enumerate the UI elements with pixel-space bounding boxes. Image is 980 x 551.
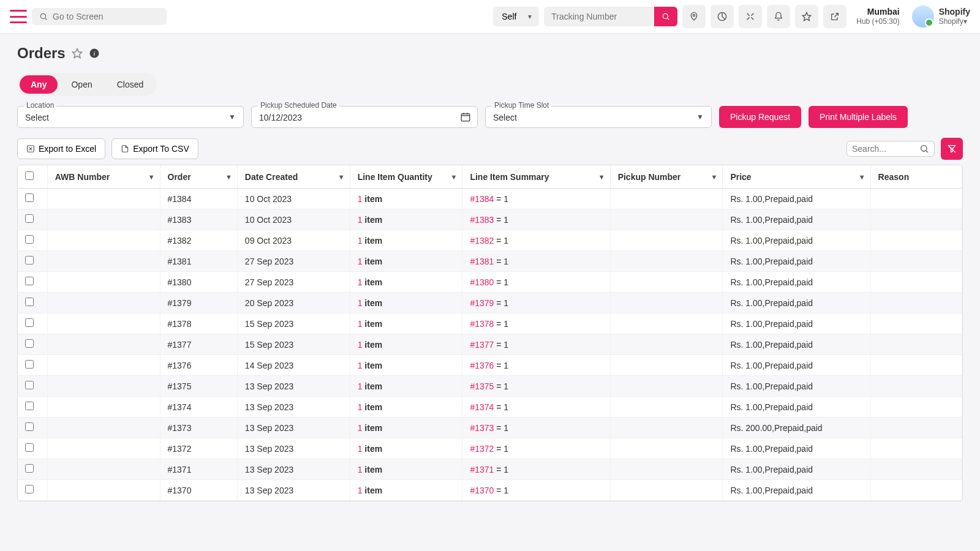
row-checkbox[interactable] (25, 402, 34, 410)
table-row: #1374 13 Sep 2023 1 item #1374 = 1 Rs. 1… (18, 397, 962, 418)
cell-date: 13 Sep 2023 (237, 480, 350, 501)
export-excel-button[interactable]: Export to Excel (17, 138, 105, 159)
row-checkbox[interactable] (25, 277, 34, 285)
time-slot-select[interactable]: Pickup Time Slot Select ▼ (485, 106, 712, 128)
col-awb[interactable]: AWB Number▼ (47, 165, 160, 189)
filter-toggle-button[interactable] (941, 138, 963, 160)
expand-icon (745, 12, 755, 21)
filter-icon[interactable]: ▼ (711, 173, 718, 181)
row-checkbox[interactable] (25, 464, 34, 473)
cell-pickup (610, 189, 723, 209)
pickup-date-input[interactable]: Pickup Scheduled Date 10/12/2023 (251, 106, 478, 128)
tab-any[interactable]: Any (20, 75, 58, 94)
cell-date: 10 Oct 2023 (237, 209, 350, 230)
export-csv-button[interactable]: Export To CSV (111, 138, 198, 159)
col-reason[interactable]: Reason (870, 165, 962, 189)
cell-price: Rs. 1.00,Prepaid,paid (723, 230, 870, 251)
location-value: Select (25, 110, 236, 122)
pickup-date-label: Pickup Scheduled Date (258, 101, 339, 110)
row-checkbox[interactable] (25, 485, 34, 493)
filter-icon[interactable]: ▼ (338, 173, 345, 181)
cell-date: 20 Sep 2023 (237, 293, 350, 313)
filter-icon[interactable]: ▼ (859, 173, 865, 181)
filter-icon[interactable]: ▼ (598, 173, 605, 181)
table-row: #1383 10 Oct 2023 1 item #1383 = 1 Rs. 1… (18, 209, 962, 230)
pickup-request-button[interactable]: Pickup Request (719, 106, 801, 128)
row-checkbox[interactable] (25, 360, 34, 369)
calendar-icon[interactable] (460, 111, 471, 122)
svg-line-15 (926, 151, 928, 152)
cell-pickup (610, 459, 723, 480)
table-search[interactable] (846, 141, 935, 157)
info-icon[interactable]: i (89, 48, 100, 59)
col-date[interactable]: Date Created▼ (237, 165, 350, 189)
self-select-wrap[interactable]: Self (493, 7, 539, 26)
location-pin-button[interactable] (682, 5, 706, 28)
self-select[interactable]: Self (493, 7, 539, 26)
row-checkbox[interactable] (25, 235, 34, 244)
cell-date: 14 Sep 2023 (237, 355, 350, 376)
cell-pickup (610, 418, 723, 438)
cell-summary: #1370 = 1 (462, 480, 610, 501)
favorite-button[interactable] (795, 5, 818, 28)
table-search-input[interactable] (852, 144, 919, 154)
tracking-search-button[interactable] (654, 7, 677, 26)
row-checkbox[interactable] (25, 318, 34, 327)
col-price[interactable]: Price▼ (723, 165, 870, 189)
filter-icon[interactable]: ▼ (225, 173, 232, 181)
cell-pickup (610, 334, 723, 355)
col-order[interactable]: Order▼ (160, 165, 237, 189)
row-checkbox[interactable] (25, 422, 34, 431)
cell-qty: 1 item (350, 334, 462, 355)
pie-chart-button[interactable] (710, 5, 734, 28)
select-all-checkbox[interactable] (25, 171, 34, 180)
location-select[interactable]: Location Select ▼ (17, 106, 244, 128)
cell-date: 15 Sep 2023 (237, 334, 350, 355)
row-checkbox[interactable] (25, 298, 34, 306)
notifications-button[interactable] (767, 5, 790, 28)
user-name: Shopify (939, 6, 970, 17)
cell-awb (47, 251, 160, 272)
pickup-date-value: 10/12/2023 (259, 110, 470, 122)
cell-price: Rs. 1.00,Prepaid,paid (723, 397, 870, 418)
svg-point-4 (693, 14, 695, 16)
tab-open[interactable]: Open (60, 75, 103, 94)
favorite-page-icon[interactable] (72, 48, 83, 59)
cell-reason (870, 293, 962, 313)
user-menu[interactable]: Shopify Shopify▾ (912, 6, 970, 28)
svg-point-0 (40, 13, 45, 18)
filter-icon[interactable]: ▼ (451, 173, 458, 181)
page-body: Orders i AnyOpenClosed Location Select ▼… (0, 34, 980, 512)
svg-marker-6 (72, 49, 81, 58)
filter-icon[interactable]: ▼ (148, 173, 155, 181)
external-link-button[interactable] (823, 5, 846, 28)
cell-reason (870, 209, 962, 230)
go-to-screen-search[interactable] (32, 8, 167, 25)
hamburger-menu-icon[interactable] (10, 10, 27, 23)
tab-closed[interactable]: Closed (106, 75, 155, 94)
row-checkbox[interactable] (25, 381, 34, 389)
row-checkbox[interactable] (25, 214, 34, 223)
row-checkbox[interactable] (25, 339, 34, 348)
col-summary[interactable]: Line Item Summary▼ (462, 165, 610, 189)
chevron-down-icon: ▼ (696, 113, 704, 121)
print-labels-button[interactable]: Print Multiple Labels (809, 106, 908, 128)
tracking-number-input[interactable] (544, 7, 654, 26)
status-tabs: AnyOpenClosed (17, 73, 157, 96)
go-to-screen-input[interactable] (53, 12, 160, 21)
table-row: #1377 15 Sep 2023 1 item #1377 = 1 Rs. 1… (18, 334, 962, 355)
cell-summary: #1380 = 1 (462, 272, 610, 293)
col-pickup[interactable]: Pickup Number▼ (610, 165, 723, 189)
row-checkbox[interactable] (25, 193, 34, 202)
cell-date: 13 Sep 2023 (237, 459, 350, 480)
cell-qty: 1 item (350, 272, 462, 293)
expand-button[interactable] (739, 5, 762, 28)
cell-awb (47, 480, 160, 501)
col-qty[interactable]: Line Item Quantity▼ (350, 165, 462, 189)
cell-summary: #1375 = 1 (462, 376, 610, 397)
row-checkbox[interactable] (25, 256, 34, 264)
user-sub: Shopify (939, 17, 963, 26)
row-checkbox[interactable] (25, 443, 34, 452)
cell-order: #1375 (160, 376, 237, 397)
cell-pickup (610, 293, 723, 313)
